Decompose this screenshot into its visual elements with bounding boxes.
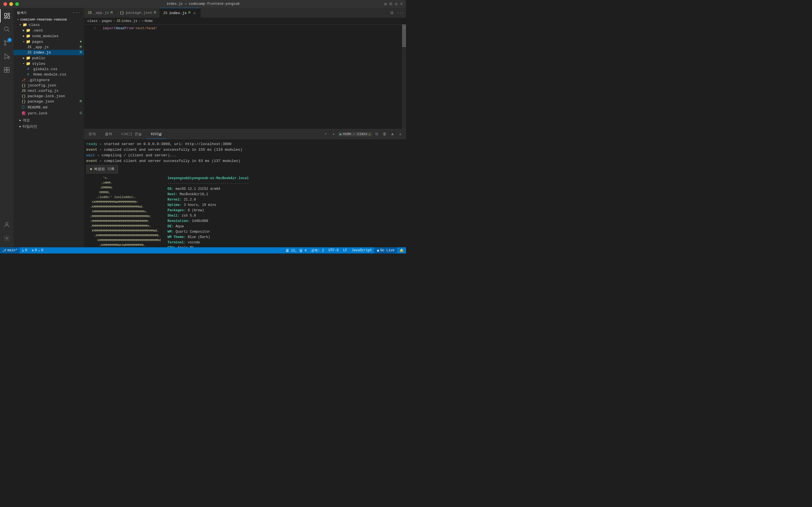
- file-homemodule-label: Home.module.css: [33, 72, 84, 76]
- breadcrumb-home[interactable]: Home: [145, 19, 153, 23]
- close-window-button[interactable]: [3, 2, 7, 6]
- branch-name: main*: [7, 248, 17, 252]
- maximize-window-button[interactable]: [15, 2, 19, 6]
- sidebar-more-actions[interactable]: ···: [72, 10, 81, 15]
- status-line-ending[interactable]: LF: [341, 247, 349, 253]
- customize-layout-icon[interactable]: ≡: [400, 2, 403, 6]
- tab-close-button[interactable]: ✕: [192, 10, 197, 15]
- window-title: index.js — codecamp-frontend-yongsub: [166, 2, 239, 6]
- activity-account[interactable]: [0, 218, 13, 231]
- tree-folder-pages[interactable]: ▾ 📁 pages ●: [13, 39, 84, 45]
- tree-folder-class[interactable]: ▾ 📁 class: [13, 22, 84, 27]
- branch-icon: ⎇: [2, 248, 6, 252]
- maximize-panel-button[interactable]: ▲: [389, 131, 396, 137]
- neofetch-packages: Packages: 8 (brew): [167, 208, 249, 213]
- terminal-warning-icon: ⚠: [368, 132, 370, 136]
- language-text: JavaScript: [352, 248, 372, 252]
- panel-tab-output[interactable]: 출력: [100, 129, 117, 139]
- code-area[interactable]: import Head from 'next/head': [98, 24, 402, 129]
- neofetch-terminal: Terminal: vscode: [167, 240, 249, 245]
- status-go-live[interactable]: ◉ Go Live: [374, 247, 397, 253]
- minimize-window-button[interactable]: [9, 2, 13, 6]
- tree-file-index[interactable]: JS index.js M: [13, 50, 84, 55]
- split-editor-icon[interactable]: ⧉: [389, 2, 392, 6]
- status-position[interactable]: 줄 12, 열 4: [283, 247, 309, 253]
- tree-file-package[interactable]: {} package.json M: [13, 99, 84, 104]
- breadcrumb-class[interactable]: class: [87, 19, 98, 23]
- tab-index-label: index.js: [169, 11, 186, 15]
- close-panel-button[interactable]: ✕: [397, 131, 404, 137]
- restore-star-icon: ✱: [90, 166, 92, 172]
- tree-file-homemodule[interactable]: # Home.module.css: [13, 72, 84, 77]
- tree-folder-node-modules[interactable]: ▶ 📁 node_modules: [13, 33, 84, 39]
- tab-empty-space: [201, 8, 386, 18]
- terminal-content[interactable]: ready – started server on 0.0.0.0:3000, …: [84, 139, 406, 247]
- folder-pages-icon: 📁: [26, 40, 31, 44]
- panel-tab-terminal[interactable]: 터미널: [146, 129, 166, 139]
- terminal-dropdown-button[interactable]: ▾: [330, 131, 337, 137]
- tree-file-app[interactable]: JS _app.js M: [13, 45, 84, 50]
- activity-extensions[interactable]: [0, 63, 13, 76]
- tree-folder-timeline[interactable]: ▶ 타임라인: [13, 123, 84, 129]
- new-terminal-button[interactable]: +: [322, 131, 329, 137]
- file-index-label: index.js: [33, 50, 80, 55]
- split-terminal-button[interactable]: ⧉: [373, 131, 380, 137]
- tree-file-package-lock[interactable]: {} package-lock.json: [13, 94, 84, 99]
- scrollbar-track[interactable]: ⚠: [402, 24, 406, 129]
- activity-run-debug[interactable]: [0, 50, 13, 63]
- terminal-name-badge[interactable]: ▶ node - class ⚠: [338, 132, 372, 136]
- neofetch-shell: Shell: zsh 5.8: [167, 213, 249, 219]
- svg-rect-0: [4, 13, 6, 16]
- layout-2-icon[interactable]: ⊟: [395, 2, 397, 6]
- status-sync[interactable]: ↻ 0: [20, 247, 29, 253]
- tab-index[interactable]: JS index.js M ✕: [160, 8, 201, 18]
- folder-public-icon: 📁: [26, 56, 31, 60]
- status-bell[interactable]: 🔔: [397, 247, 406, 253]
- editor-area: JS _app.js M {} package.json M JS index.…: [84, 8, 406, 247]
- editor-split-icon[interactable]: ⧉: [389, 10, 395, 16]
- tab-app[interactable]: JS _app.js M: [84, 8, 116, 18]
- error-count: 0: [35, 248, 37, 252]
- status-errors[interactable]: ⊗ 0 ⚠ 0: [29, 247, 45, 253]
- activity-search[interactable]: [0, 22, 13, 36]
- file-package-label: package.json: [28, 100, 80, 104]
- breadcrumb-indexjs[interactable]: index.js: [121, 19, 138, 23]
- tree-folder-public[interactable]: ▶ 📁 public: [13, 55, 84, 61]
- terminal-block-1: ready – started server on 0.0.0.0:3000, …: [86, 142, 404, 164]
- tree-root[interactable]: ▾ CODECAMP-FRONTEND-YONGSUB: [13, 17, 84, 22]
- tree-file-gitignore[interactable]: ⎇ .gitignore: [13, 77, 84, 83]
- tree-file-yarn[interactable]: 🧶 yarn.lock U: [13, 110, 84, 116]
- tree-file-readme[interactable]: ⓘ README.md: [13, 104, 84, 110]
- kill-terminal-button[interactable]: 🗑: [381, 131, 388, 137]
- yarn-badge: U: [80, 111, 84, 115]
- panel-tab-debug[interactable]: 디버그 콘솔: [117, 129, 146, 139]
- string-next-head: 'next/head': [133, 25, 158, 31]
- neofetch-cpu: CPU: Apple M1: [167, 245, 249, 247]
- tree-folder-next[interactable]: ▶ 📁 .next: [13, 27, 84, 33]
- tree-file-nextconfig[interactable]: JS next.config.js: [13, 88, 84, 94]
- breadcrumb-sep-2: ›: [113, 19, 115, 23]
- activity-explorer[interactable]: [0, 9, 13, 22]
- package-badge: M: [80, 100, 84, 104]
- breadcrumb: class › pages › JS index.js › ⚛ Home: [84, 18, 406, 24]
- tab-package[interactable]: {} package.json M: [116, 8, 159, 18]
- tree-folder-styles[interactable]: ▾ 📁 styles: [13, 61, 84, 66]
- tree-file-globals[interactable]: # globals.css: [13, 66, 84, 72]
- file-gitignore-label: .gitignore: [28, 78, 84, 82]
- restore-banner: ✱ 복원된 기록: [86, 165, 118, 173]
- activity-settings[interactable]: [0, 231, 13, 245]
- tree-file-jsconfig[interactable]: {} jsconfig.json: [13, 83, 84, 88]
- line-numbers: 1: [84, 24, 98, 129]
- tree-folder-overview[interactable]: ▶ 개요: [13, 117, 84, 123]
- activity-source-control[interactable]: 6: [0, 36, 13, 50]
- layout-icon[interactable]: ⊞: [384, 2, 387, 6]
- status-encoding[interactable]: UTF-8: [326, 247, 341, 253]
- status-spaces[interactable]: 공백: 2: [309, 247, 326, 253]
- status-branch[interactable]: ⎇ main*: [0, 247, 20, 253]
- editor-more-icon[interactable]: ···: [397, 10, 404, 16]
- panel-tab-problems[interactable]: 문제: [84, 129, 100, 139]
- tab-app-badge: M: [110, 11, 112, 15]
- status-language[interactable]: JavaScript: [349, 247, 374, 253]
- breadcrumb-pages[interactable]: pages: [102, 19, 112, 23]
- overview-arrow: ▶: [18, 119, 22, 122]
